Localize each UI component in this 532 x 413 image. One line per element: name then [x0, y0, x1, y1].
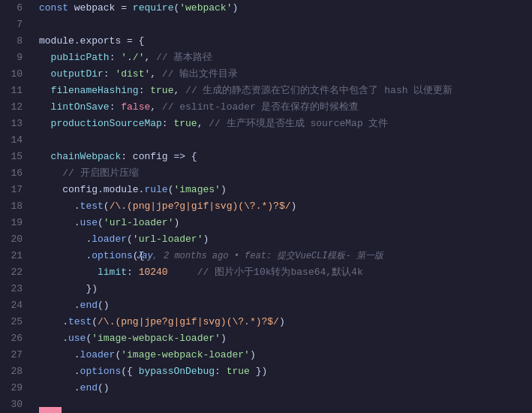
token-method: rule [144, 184, 167, 195]
token-method: end [80, 300, 98, 311]
token-method: use [68, 333, 86, 344]
token-punc: ) [203, 234, 209, 245]
code-line: productionSourceMap: true, // 生产环境是否生成 s… [39, 116, 532, 132]
code-line: publicPath: './', // 基本路径 [39, 50, 532, 66]
token-plain: : [127, 267, 139, 278]
code-line: const webpack = require('webpack') [39, 0, 532, 17]
line-number: 23 [5, 281, 23, 297]
token-punc: ( [104, 200, 110, 212]
token-plain [39, 118, 51, 129]
code-line: .loader('url-loader') [39, 231, 532, 248]
line-number: 29 [5, 380, 23, 396]
blame-overlay: Jay, 2 months ago • feat: 提交VueCLI模板- 第一… [137, 248, 383, 264]
code-line: filenameHashing: true, // 生成的静态资源在它们的文件名… [39, 83, 532, 99]
token-plain: webpack = [74, 2, 133, 14]
token-punc: ) [221, 333, 227, 344]
token-method: loader [92, 234, 127, 245]
line-number: 11 [5, 83, 23, 99]
line-number: 12 [5, 99, 23, 116]
token-plain: : [139, 85, 151, 96]
token-str: 'url-loader' [104, 217, 174, 228]
token-plain: { [185, 151, 197, 162]
line-number: 26 [5, 330, 23, 347]
line-number: 22 [5, 264, 23, 281]
line-number: 21 [5, 248, 23, 264]
line-number: 24 [5, 297, 23, 314]
token-plain [39, 267, 98, 278]
token-num: 10240 [139, 267, 168, 278]
token-plain: . [39, 349, 80, 360]
line-number: 27 [5, 347, 23, 363]
token-punc: () [98, 382, 110, 393]
token-comment: // 输出文件目录 [162, 68, 238, 80]
token-method: loader [80, 349, 116, 360]
token-plain: : [215, 366, 227, 377]
token-punc: ( [92, 316, 98, 327]
code-line: .end() [39, 297, 532, 314]
token-prop: bypassOnDebug [139, 366, 215, 377]
code-editor: 6789101112131415161718192021222324252627… [0, 0, 532, 413]
token-plain: config.module. [39, 184, 144, 195]
token-bool-t: true [173, 118, 197, 129]
token-punc: ) [221, 184, 227, 195]
token-plain: module.exports = { [39, 35, 144, 47]
token-plain: . [39, 333, 68, 344]
token-punc: ({ [133, 250, 145, 261]
line-number: 19 [5, 215, 23, 231]
line-number: 28 [5, 363, 23, 380]
token-punc: ) [290, 200, 296, 212]
token-punc: ) [232, 2, 238, 14]
code-line: .use('url-loader') [39, 215, 532, 231]
token-prop: productionSourceMap [51, 118, 162, 129]
token-prop: lintOnSave [51, 101, 110, 113]
token-str: 'image-webpack-loader' [92, 333, 221, 344]
token-plain [39, 151, 51, 162]
token-plain: : [162, 118, 174, 129]
token-punc: ) [173, 217, 179, 228]
line-number: 15 [5, 149, 23, 165]
token-str: './' [121, 52, 144, 63]
token-plain [39, 52, 51, 63]
token-bool-t: true [150, 85, 173, 96]
token-plain: . [39, 316, 68, 327]
token-prop: limit [98, 267, 127, 278]
token-comment: // 生成的静态资源在它们的文件名中包含了 hash 以便更新 [185, 85, 452, 96]
code-line [39, 396, 532, 413]
token-plain: : [104, 68, 116, 80]
token-prop: publicPath [51, 52, 110, 63]
token-plain: . [39, 250, 92, 261]
token-plain: , [173, 85, 185, 96]
token-punc: ) [279, 316, 285, 327]
token-comment: // 基本路径 [156, 52, 212, 63]
token-plain [168, 267, 197, 278]
token-kw: const [39, 2, 74, 14]
code-line: chainWebpack: config => { [39, 149, 532, 165]
code-line: .loader('image-webpack-loader') [39, 347, 532, 363]
code-line: outputDir: 'dist', // 输出文件目录 [39, 66, 532, 83]
code-line: .test(/\.(png|jpe?g|gif|svg)(\?.*)?$/) [39, 198, 532, 215]
token-comment: // 生产环境是否生成 sourceMap 文件 [209, 118, 388, 129]
code-line [39, 17, 532, 33]
line-number: 8 [5, 33, 23, 50]
code-content[interactable]: const webpack = require('webpack') modul… [30, 0, 532, 413]
token-plain: , [150, 101, 162, 113]
token-method: options [80, 366, 122, 377]
token-regex: /\.(png|jpe?g|gif|svg)(\?.*)?$/ [110, 200, 291, 212]
token-regex: /\.(png|jpe?g|gif|svg)(\?.*)?$/ [98, 316, 279, 327]
code-line: }) [39, 281, 532, 297]
token-comment: // 图片小于10k转为base64,默认4k [197, 267, 363, 278]
token-punc: ({ [121, 366, 138, 377]
token-comment: // 开启图片压缩 [62, 167, 138, 179]
token-prop: filenameHashing [51, 85, 139, 96]
token-plain [39, 167, 62, 179]
token-plain: }) [39, 283, 98, 294]
token-punc: }) [250, 366, 267, 377]
token-punc: ( [98, 217, 104, 228]
code-line: .options({Jay, 2 months ago • feat: 提交Vu… [39, 248, 532, 264]
token-plain [39, 68, 51, 80]
token-prop: chainWebpack [51, 151, 122, 162]
line-number: 25 [5, 314, 23, 330]
token-method: test [68, 316, 92, 327]
token-plain [39, 85, 51, 96]
line-number: 18 [5, 198, 23, 215]
